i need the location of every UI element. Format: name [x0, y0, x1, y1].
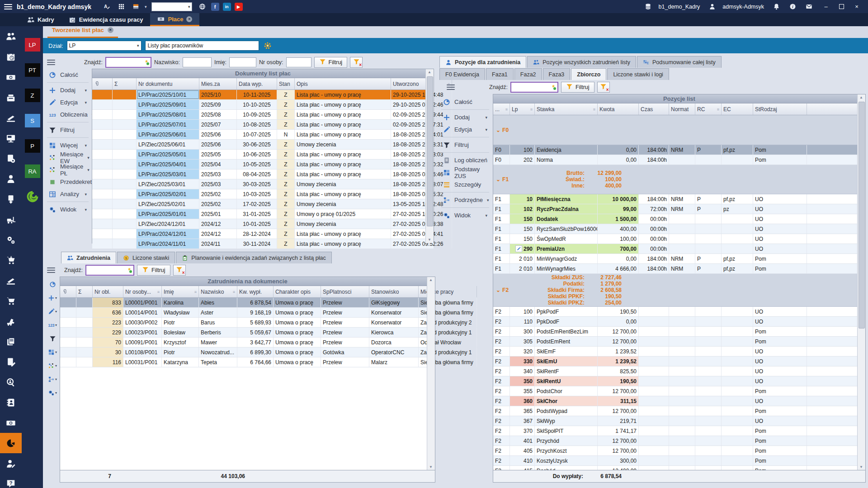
phase-tab-faza1[interactable]: Faza1 — [486, 68, 514, 80]
table-row[interactable]: F2360SkłChor311,15UO — [493, 396, 865, 406]
menu-item-przeddekrety[interactable]: Przeddekrety — [45, 176, 90, 188]
sidebar-module-gears[interactable] — [0, 230, 22, 250]
table-row[interactable]: LP/Zlec/2024/12/012024/1210-01-2025ZUmow… — [92, 219, 434, 229]
menu-item-miesiące-pł[interactable]: Miesiące PŁ▾ — [45, 164, 90, 176]
menu-item-miesiące-ew[interactable]: Miesiące EW▾ — [45, 151, 90, 164]
sidebar-module-cart-out[interactable] — [0, 291, 22, 311]
documents-scrollbar[interactable]: ▲▼ — [425, 69, 434, 243]
module-tab-płace[interactable]: Płace× — [150, 13, 199, 26]
table-row[interactable]: LP/Prac/2024/12/012024/1228-12-2024ZList… — [92, 229, 434, 239]
positions-menu-item-dodaj[interactable]: Dodaj▾ — [439, 111, 491, 123]
sidebar-module-pie-chart[interactable] — [0, 433, 22, 453]
dzial-description-field[interactable]: Listy płac pracowników — [145, 41, 259, 51]
theme-caret-icon[interactable]: ▾ — [145, 5, 147, 9]
employment-tool-gears[interactable]: ▾ — [46, 386, 59, 399]
employment-tool-numbers[interactable]: 123▾ — [46, 318, 59, 332]
table-row[interactable]: F2305PodstEmRent12 700,00Pom — [493, 337, 865, 347]
table-row[interactable]: LP/Prac/2025/09/012025/0910-10-2025ZList… — [92, 100, 434, 110]
table-row[interactable]: 116L00031/P001KatarzynaTepeta6 764,66Umo… — [60, 357, 435, 367]
table-row[interactable]: F1150Dodatek1 500,0000:00hUO — [493, 214, 865, 224]
tab-podsumowanie-całej-listy[interactable]: ΣPodsumowanie całej listy — [637, 56, 722, 68]
table-row[interactable]: LP/Prac/2025/06/012025/0610-07-2025NList… — [92, 130, 434, 140]
column-header-spplatnosci[interactable]: SpPlatnosci — [321, 286, 369, 297]
table-row[interactable]: LP/Zlec/2025/06/012025/0630-06-2025ZUmow… — [92, 140, 434, 150]
table-row[interactable]: F0202Norma0,00184:00hPom — [493, 155, 865, 165]
phase-tab-liczone-stawki-i-logi[interactable]: Liczone stawki i logi — [607, 68, 669, 80]
sidebar-module-user[interactable] — [0, 169, 22, 189]
close-button[interactable]: × — [850, 2, 863, 12]
minimize-button[interactable]: – — [819, 2, 833, 12]
column-header-imię[interactable]: Imię≡ — [162, 286, 199, 297]
module-tab-kadry[interactable]: Kadry — [20, 13, 61, 26]
table-row[interactable]: F2367SkłWyp219,71UO — [493, 416, 865, 426]
column-header-rc[interactable]: RC≡ — [695, 103, 722, 115]
app-menu-icon[interactable] — [4, 3, 12, 11]
table-row[interactable]: F110PłMiesięczna10 000,00184:00hNRMPpf,p… — [493, 194, 865, 204]
table-row[interactable]: F2300PodstEmRentBezLim12 700,00Pom — [493, 327, 865, 337]
menu-item-widok[interactable]: Widok▾ — [45, 203, 90, 216]
column-header-attach[interactable] — [60, 286, 76, 297]
table-row[interactable]: F2410KosztyUzysk300,00Pom — [493, 456, 865, 466]
table-row[interactable]: LP/Prac/2025/02/012025/0210-03-2025ZList… — [92, 189, 434, 199]
column-header-nr-obl-[interactable]: Nr obl. — [93, 286, 123, 297]
tab-pozycje-dla-zatrudnienia[interactable]: Pozycje dla zatrudnienia — [439, 56, 526, 68]
table-row[interactable]: F2401Przychód12 700,00Pom — [493, 436, 865, 446]
positions-menu-item-całość[interactable]: Całość — [439, 96, 491, 108]
nazwisko-input[interactable] — [184, 58, 210, 66]
employment-tool-plus[interactable]: ▾ — [46, 291, 59, 305]
table-row[interactable]: LP/Prac/2025/04/012025/0410-05-2025ZList… — [92, 160, 434, 169]
table-row[interactable]: LP/Prac/2025/01/012025/0131-01-2025ZUmow… — [92, 209, 434, 219]
shortcut-badge-p[interactable]: P — [25, 139, 40, 153]
sidebar-module-cash[interactable] — [0, 413, 22, 433]
table-row[interactable]: 70L00091/P001KrzysztofMawer3 642,77Umowa… — [60, 338, 435, 347]
column-header-nazwisko[interactable]: Nazwisko≡ — [199, 286, 237, 297]
sidebar-module-forklift[interactable] — [0, 209, 22, 230]
sidebar-module-signature[interactable] — [0, 108, 22, 128]
table-row[interactable]: F2320SkłEmF1 239,52UO — [493, 347, 865, 357]
table-row[interactable]: LP/Prac/2025/10/012025/1010-11-2025ZList… — [92, 90, 434, 100]
positions-menu-item-edycja[interactable]: Edycja▾ — [439, 123, 491, 136]
sidebar-module-excavator[interactable] — [0, 311, 22, 331]
column-header-attach[interactable] — [92, 78, 113, 89]
sidebar-module-monitor[interactable] — [0, 128, 22, 148]
employment-scrollbar[interactable]: ▲▼ — [427, 277, 435, 470]
sidebar-module-cart-in[interactable] — [0, 250, 22, 270]
table-row[interactable]: F1102RyczPracZdalna99,0072:00hNRMPpzUO — [493, 204, 865, 214]
dzial-select[interactable]: LP▾ — [67, 41, 142, 51]
phase-tab-zbiorczo[interactable]: Zbiorczo — [571, 68, 606, 80]
column-header--[interactable]: ...≡ — [493, 103, 510, 115]
column-header-kwota[interactable]: Kwota — [598, 103, 639, 115]
facebook-icon[interactable]: f — [211, 3, 219, 11]
employment-tool-dots[interactable]: ▾ — [46, 359, 59, 372]
table-row[interactable]: F2110PpkDodF0,00UO — [493, 317, 865, 327]
group-row-f0[interactable]: ⌄F0 — [493, 115, 865, 145]
sidebar-module-docs[interactable] — [0, 331, 22, 352]
phase-tab-faza3[interactable]: Faza3 — [543, 68, 571, 80]
column-header-stawka[interactable]: Stawka≡ — [535, 103, 598, 115]
chevron-collapse-icon[interactable]: ⌄ — [496, 127, 500, 133]
column-header-lp[interactable]: Lp≡ — [510, 103, 535, 115]
column-header-strodzaj[interactable]: StRodzaj — [753, 103, 807, 115]
sidebar-module-doc-download[interactable] — [0, 189, 22, 209]
menu-item-całość[interactable]: Całość — [45, 69, 90, 81]
column-header-ec[interactable]: EC — [722, 103, 753, 115]
mail-icon[interactable] — [803, 2, 815, 12]
tab-pozycje-wszystkich-zatrudnień-listy[interactable]: Pozycje wszystkich zatrudnień listy — [527, 56, 636, 68]
column-header-stan[interactable]: Stan — [277, 78, 295, 89]
positions-scrollbar[interactable]: ▲▼ — [857, 94, 865, 470]
table-row[interactable]: F2405PrzychKoszt12 700,00Pom — [493, 446, 865, 456]
table-row[interactable]: 636L00014/P001WładysławAster9 168,19Umow… — [60, 308, 435, 318]
table-row[interactable]: F2355PodstChor12 700,00Pom — [493, 386, 865, 396]
notifications-bell-icon[interactable] — [770, 2, 782, 12]
table-row[interactable]: F1150ŚwOpMedR100,0000:00hUO — [493, 234, 865, 244]
column-header-kw-wypł-[interactable]: Kw. wypł. — [237, 286, 274, 297]
table-row[interactable]: F2340SkłRentF825,50UO — [493, 366, 865, 376]
documents-filtruj-button[interactable]: Filtruj — [314, 57, 348, 68]
column-header-czas[interactable]: Czas — [639, 103, 669, 115]
sidebar-module-doc-gear[interactable] — [0, 148, 22, 169]
menu-item-dodaj[interactable]: Dodaj▾ — [45, 84, 90, 96]
tab-tworzenie-list-plac[interactable]: Tworzenie list płac × — [47, 25, 118, 38]
employment-tool-pencil[interactable]: ▾ — [46, 305, 59, 318]
table-row[interactable]: LP/Prac/2024/11/012024/1130-11-2024ZList… — [92, 239, 434, 249]
employment-tool-tree[interactable]: ▾ — [46, 372, 59, 386]
